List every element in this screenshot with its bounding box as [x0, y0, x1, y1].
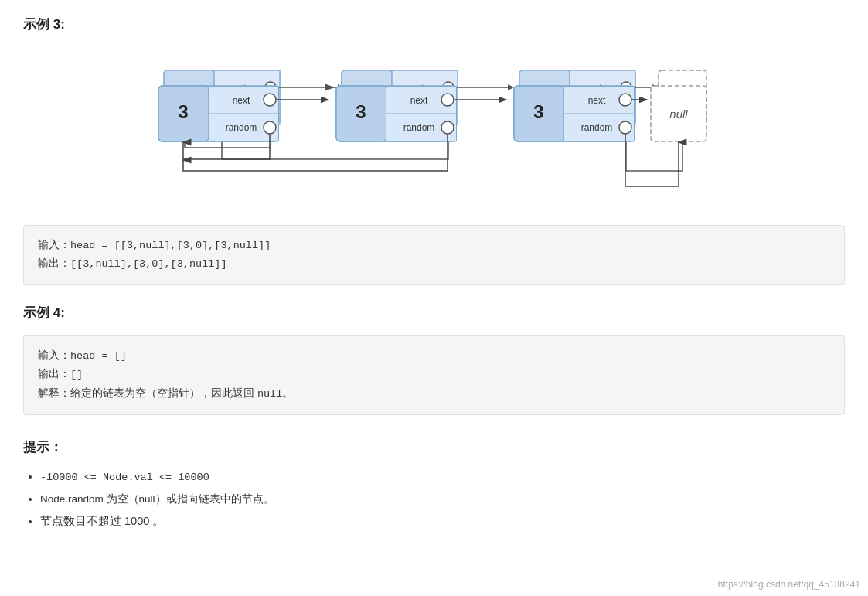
svg-rect-42 [209, 141, 278, 142]
svg-rect-54 [386, 141, 456, 142]
svg-rect-65 [564, 86, 634, 87]
svg-text:3: 3 [178, 101, 188, 122]
svg-rect-67 [634, 86, 635, 141]
svg-rect-66 [564, 141, 634, 142]
svg-rect-41 [209, 86, 278, 87]
example4-explain-text: 给定的链表为空（空指针），因此返回 [70, 387, 257, 399]
example4-output-value: [] [70, 369, 83, 380]
svg-rect-55 [456, 86, 457, 141]
hints-section: 提示： -10000 <= Node.val <= 10000 Node.ran… [23, 438, 845, 533]
example3-input-value: head = [[3,null],[3,0],[3,null]] [70, 240, 271, 251]
hint-item-2: Node.random 为空（null）或指向链表中的节点。 [40, 488, 845, 510]
example3-title: 示例 3: [23, 15, 845, 33]
svg-point-72 [619, 94, 631, 106]
example3-output-value: [[3,null],[3,0],[3,null]] [70, 258, 227, 270]
watermark: https://blog.csdn.net/qq_45138241 [718, 579, 860, 590]
svg-text:next: next [410, 95, 427, 106]
svg-text:3: 3 [356, 101, 366, 122]
svg-text:null: null [669, 107, 688, 121]
svg-point-61 [441, 121, 454, 134]
example3-output-label: 输出： [38, 258, 70, 270]
example4-explain-end: 。 [282, 387, 293, 399]
example4-explain-line: 解释：给定的链表为空（空指针），因此返回 null。 [38, 384, 830, 404]
example3-code-block: 输入：head = [[3,null],[3,0],[3,null]] 输出：[… [23, 225, 845, 285]
example3-input-line: 输入：head = [[3,null],[3,0],[3,null]] [38, 237, 830, 255]
svg-text:next: next [587, 95, 605, 106]
example4-explain-label: 解释： [38, 387, 70, 399]
hint-item-1-text: -10000 <= Node.val <= 10000 [40, 472, 209, 483]
svg-text:next: next [232, 95, 250, 106]
hint-item-3: 节点数目不超过 1000 。 [40, 510, 845, 533]
diagram-area: 3 next random 3 next random 3 next rando… [23, 70, 845, 209]
svg-rect-43 [278, 86, 279, 141]
example4-input-label: 输入： [38, 350, 70, 362]
hints-list: -10000 <= Node.val <= 10000 Node.random … [23, 465, 845, 533]
example4-output-line: 输出：[] [38, 366, 830, 384]
example4-title: 示例 4: [23, 304, 845, 322]
svg-rect-53 [386, 86, 456, 87]
hint-item-3-text: 节点数目不超过 1000 。 [40, 515, 164, 527]
example4-output-label: 输出： [38, 369, 70, 380]
linked-list-svg: 3 next random 3 next random 3 next rando… [152, 70, 717, 206]
svg-point-49 [264, 121, 276, 134]
example4-input-value: head = [] [70, 350, 127, 362]
hint-item-1: -10000 <= Node.val <= 10000 [40, 465, 845, 488]
example4-input-line: 输入：head = [] [38, 347, 830, 366]
svg-point-48 [264, 94, 276, 106]
example3-output-line: 输出：[[3,null],[3,0],[3,null]] [38, 255, 830, 274]
svg-text:random: random [580, 122, 612, 133]
example4-code-block: 输入：head = [] 输出：[] 解释：给定的链表为空（空指针），因此返回 … [23, 335, 845, 415]
svg-text:random: random [225, 122, 257, 133]
svg-text:3: 3 [533, 101, 543, 122]
svg-point-60 [441, 94, 454, 106]
example4-explain-code: null [257, 388, 282, 400]
hints-title: 提示： [23, 438, 845, 456]
svg-text:random: random [403, 122, 434, 133]
hint-item-2-text: Node.random 为空（null）或指向链表中的节点。 [40, 493, 274, 505]
example3-input-label: 输入： [38, 240, 70, 251]
svg-point-73 [619, 121, 631, 134]
